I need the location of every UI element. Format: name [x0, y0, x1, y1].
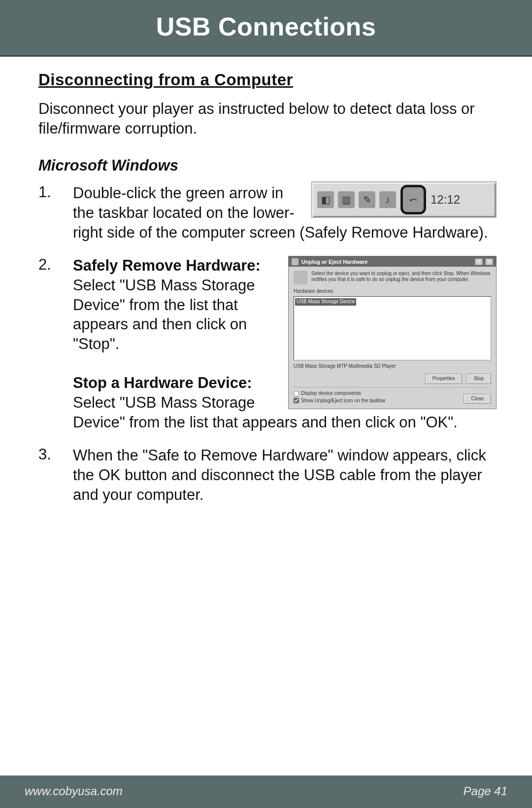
step-3-number: 3. [38, 446, 73, 463]
section-heading: Disconnecting from a Computer [38, 70, 497, 89]
close-button[interactable]: × [485, 258, 493, 265]
footer-page: Page 41 [464, 784, 507, 798]
show-icon-checkbox[interactable]: Show Unplug/Eject icon on the taskbar [294, 398, 386, 404]
step-3-text: When the "Safe to Remove Hardware" windo… [73, 446, 497, 504]
page-title: USB Connections [0, 12, 532, 41]
close-dialog-button[interactable]: Close [464, 394, 491, 404]
dialog-description: Select the device you want to unplug or … [311, 271, 491, 284]
tray-icon-volume: ♪ [379, 191, 396, 208]
tray-clock: 12:12 [431, 192, 460, 208]
dialog-titlebar: Unplug or Eject Hardware ? × [289, 256, 496, 267]
safely-remove-dialog: Unplug or Eject Hardware ? × Select the … [288, 256, 497, 409]
step-2: 2. Unplug or Eject Hardware ? × [38, 256, 497, 432]
taskbar-screenshot: ◧ ▥ ✎ ♪ ⤺ 12:12 [311, 181, 497, 218]
intro-paragraph: Disconnect your player as instructed bel… [38, 99, 497, 138]
footer-url: www.cobyusa.com [25, 784, 123, 798]
devices-label: Hardware devices: [294, 288, 491, 295]
page-content: Disconnecting from a Computer Disconnect… [0, 57, 532, 775]
system-tray: ◧ ▥ ✎ ♪ ⤺ 12:12 [311, 181, 497, 218]
step-1-number: 1. [38, 183, 73, 201]
hardware-list[interactable]: USB Mass Storage Device [294, 296, 491, 360]
dialog-title-text: Unplug or Eject Hardware [301, 258, 367, 265]
safely-remove-icon: ⤺ [403, 187, 424, 212]
step-1-body: ◧ ▥ ✎ ♪ ⤺ 12:12 Double-click the green a… [73, 183, 497, 242]
os-subheading: Microsoft Windows [38, 157, 497, 175]
step-2-number: 2. [38, 256, 73, 274]
checkbox-2[interactable] [294, 398, 299, 403]
stop-button[interactable]: Stop [466, 374, 491, 384]
dialog-screenshot: Unplug or Eject Hardware ? × Select the … [288, 256, 497, 409]
properties-button[interactable]: Properties [425, 374, 463, 384]
step-2-body: Unplug or Eject Hardware ? × Select the … [73, 256, 497, 432]
help-button[interactable]: ? [475, 258, 483, 265]
display-components-checkbox[interactable]: Display device components [294, 390, 386, 397]
step-3: 3. When the "Safe to Remove Hardware" wi… [38, 446, 497, 504]
step-2-heading-1: Safely Remove Hardware: [73, 257, 261, 274]
checkbox-1[interactable] [294, 391, 299, 396]
step-2-text-1: Select "USB Mass Storage Device" from th… [73, 277, 255, 352]
dialog-info-icon [294, 271, 307, 284]
dialog-title-icon [292, 258, 299, 265]
page-header: USB Connections [0, 0, 532, 57]
list-item[interactable]: USB Mass Storage Device [295, 298, 356, 306]
tray-icon-network: ◧ [317, 191, 334, 208]
window-controls: ? × [474, 258, 493, 265]
tray-icon-pen: ✎ [359, 191, 375, 208]
step-2-heading-2: Stop a Hardware Device: [73, 374, 252, 391]
page-footer: www.cobyusa.com Page 41 [0, 775, 532, 808]
step-1: 1. ◧ ▥ ✎ ♪ ⤺ 12:12 Double-click the gree… [38, 183, 497, 242]
tray-icon-display: ▥ [338, 191, 355, 208]
device-status: USB Mass Storage MTP Multimedia SD Playe… [294, 363, 491, 370]
